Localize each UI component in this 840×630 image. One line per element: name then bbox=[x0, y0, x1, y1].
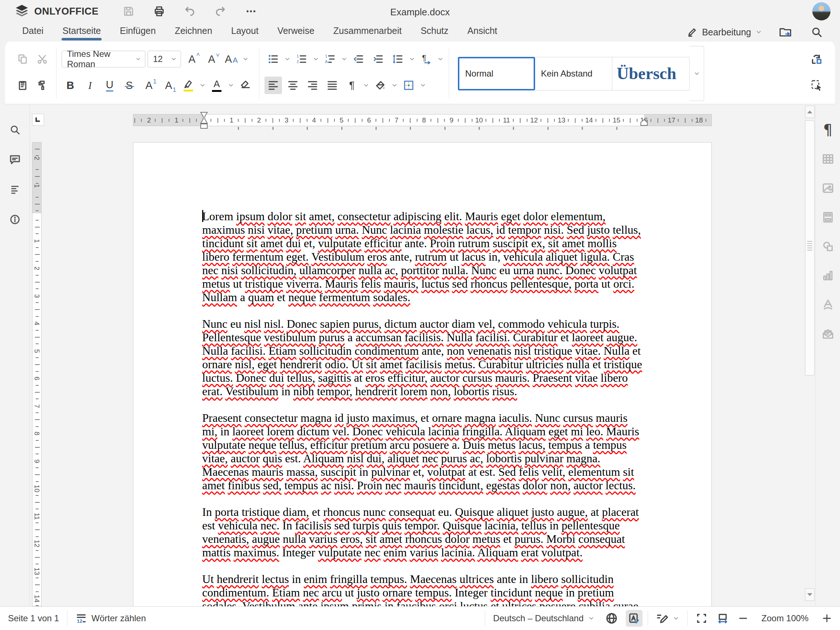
tab-datei[interactable]: Datei bbox=[22, 23, 44, 41]
font-name-select[interactable]: Times New Roman bbox=[62, 51, 145, 68]
scroll-down-button[interactable] bbox=[805, 589, 815, 601]
chevron-down-icon[interactable] bbox=[199, 82, 206, 89]
decrease-indent-button[interactable] bbox=[350, 50, 367, 68]
fit-to-width-button[interactable] bbox=[717, 613, 728, 624]
track-changes-toggle[interactable] bbox=[648, 607, 687, 630]
increase-indent-button[interactable] bbox=[369, 50, 387, 68]
align-right-button[interactable] bbox=[304, 76, 321, 94]
chevron-down-icon[interactable] bbox=[437, 56, 444, 62]
zoom-level[interactable]: Zoom 100% bbox=[758, 613, 812, 624]
change-case-button[interactable]: AA bbox=[223, 50, 240, 68]
underline-button[interactable]: U bbox=[101, 76, 118, 94]
paragraph-settings-button[interactable]: ¶ bbox=[820, 122, 836, 138]
chevron-down-icon[interactable] bbox=[409, 56, 415, 62]
header-footer-settings-button[interactable] bbox=[820, 209, 836, 225]
indent-markers[interactable] bbox=[200, 112, 208, 130]
highlight-color-button[interactable] bbox=[180, 76, 197, 94]
tab-zusammenarbeit[interactable]: Zusammenarbeit bbox=[333, 23, 403, 41]
style-kein-abstand[interactable]: Kein Abstand bbox=[535, 57, 612, 90]
scroll-up-button[interactable] bbox=[805, 106, 815, 118]
replace-button[interactable] bbox=[808, 50, 826, 68]
redo-button[interactable] bbox=[212, 3, 228, 19]
multilevel-list-button[interactable]: 1A bbox=[321, 50, 339, 68]
document-text[interactable]: Lorem ipsum dolor sit amet, consectetur … bbox=[202, 210, 644, 606]
horizontal-ruler[interactable]: 21123456789101112131415161718 bbox=[133, 114, 712, 126]
tab-startseite[interactable]: Startseite bbox=[62, 23, 102, 41]
numbered-list-button[interactable]: 12 bbox=[293, 50, 310, 68]
chart-settings-button[interactable] bbox=[820, 268, 836, 283]
borders-button[interactable] bbox=[400, 76, 417, 94]
tab-verweise[interactable]: Verweise bbox=[277, 23, 315, 41]
open-file-location-button[interactable] bbox=[777, 24, 793, 40]
vertical-scrollbar[interactable] bbox=[805, 104, 815, 606]
zoom-in-button[interactable] bbox=[822, 613, 832, 624]
justify-button[interactable] bbox=[324, 76, 341, 94]
text-art-settings-button[interactable] bbox=[820, 297, 836, 313]
font-size-select[interactable]: 12 bbox=[147, 51, 181, 68]
chevron-down-icon[interactable] bbox=[420, 82, 426, 89]
chevron-down-icon[interactable] bbox=[391, 82, 398, 89]
select-all-button[interactable] bbox=[808, 76, 826, 94]
word-count-button[interactable]: 12 Wörter zählen bbox=[67, 607, 154, 630]
search-button[interactable] bbox=[809, 24, 825, 40]
right-indent-marker[interactable] bbox=[640, 119, 648, 126]
bold-button[interactable]: B bbox=[62, 76, 79, 94]
tab-zeichnen[interactable]: Zeichnen bbox=[174, 23, 213, 41]
line-spacing-button[interactable] bbox=[389, 50, 407, 68]
chevron-down-icon[interactable] bbox=[284, 56, 291, 62]
tab-ansicht[interactable]: Ansicht bbox=[467, 23, 498, 41]
find-panel-button[interactable] bbox=[7, 122, 23, 138]
undo-button[interactable] bbox=[182, 3, 198, 19]
paragraph-direction-button[interactable]: ¶ bbox=[417, 50, 435, 68]
strikethrough-button[interactable]: S bbox=[121, 76, 138, 94]
about-panel-button[interactable] bbox=[7, 212, 23, 228]
spell-check-toggle[interactable] bbox=[621, 607, 648, 630]
zoom-out-button[interactable] bbox=[738, 613, 748, 624]
save-button[interactable] bbox=[121, 3, 137, 19]
cut-button[interactable] bbox=[33, 50, 51, 68]
chevron-down-icon[interactable] bbox=[242, 56, 249, 62]
fit-to-page-button[interactable] bbox=[696, 613, 707, 624]
edit-mode-selector[interactable]: Bearbeitung bbox=[687, 27, 762, 38]
bullet-list-button[interactable] bbox=[264, 50, 282, 68]
increase-font-size-button[interactable]: A˄ bbox=[183, 50, 201, 68]
tab-einfügen[interactable]: Einfügen bbox=[119, 23, 156, 41]
tab-layout[interactable]: Layout bbox=[231, 23, 259, 41]
paste-button[interactable] bbox=[14, 76, 31, 94]
style-übersch[interactable]: Übersch bbox=[612, 57, 690, 90]
align-center-button[interactable] bbox=[284, 76, 302, 94]
shading-button[interactable] bbox=[371, 76, 389, 94]
mail-merge-settings-button[interactable] bbox=[820, 326, 836, 342]
format-painter-button[interactable] bbox=[33, 76, 51, 94]
chevron-down-icon[interactable] bbox=[363, 82, 369, 89]
subscript-button[interactable]: A1 bbox=[160, 76, 177, 94]
style-gallery-expand-button[interactable] bbox=[690, 46, 704, 101]
decrease-font-size-button[interactable]: A˅ bbox=[203, 50, 220, 68]
more-actions-button[interactable] bbox=[243, 3, 259, 19]
tab-stop-type-selector[interactable] bbox=[32, 114, 44, 126]
chevron-down-icon[interactable] bbox=[228, 82, 234, 89]
copy-button[interactable] bbox=[14, 50, 31, 68]
language-selector[interactable]: Deutsch – Deutschland bbox=[485, 607, 603, 630]
superscript-button[interactable]: A1 bbox=[140, 76, 158, 94]
font-color-button[interactable]: A bbox=[208, 76, 226, 94]
shape-settings-button[interactable] bbox=[820, 239, 836, 255]
show-paragraph-marks-button[interactable]: ¶ bbox=[343, 76, 361, 94]
clear-style-button[interactable] bbox=[237, 76, 254, 94]
navigation-panel-button[interactable] bbox=[7, 182, 23, 198]
chevron-down-icon[interactable] bbox=[313, 56, 319, 62]
print-button[interactable] bbox=[151, 3, 167, 19]
image-settings-button[interactable] bbox=[820, 180, 836, 196]
align-left-button[interactable] bbox=[264, 76, 282, 94]
italic-button[interactable]: I bbox=[81, 76, 99, 94]
table-settings-button[interactable] bbox=[820, 151, 836, 167]
set-document-language-button[interactable] bbox=[603, 607, 621, 630]
scrollbar-thumb[interactable] bbox=[805, 120, 815, 375]
page-indicator[interactable]: Seite 1 von 1 bbox=[0, 607, 67, 630]
tab-schutz[interactable]: Schutz bbox=[420, 23, 449, 41]
chevron-down-icon[interactable] bbox=[341, 56, 347, 62]
style-normal[interactable]: Normal bbox=[458, 57, 535, 90]
avatar[interactable] bbox=[812, 2, 831, 21]
document-page[interactable]: Lorem ipsum dolor sit amet, consectetur … bbox=[133, 142, 712, 606]
vertical-ruler[interactable]: 211234567891011121314 bbox=[32, 142, 41, 606]
